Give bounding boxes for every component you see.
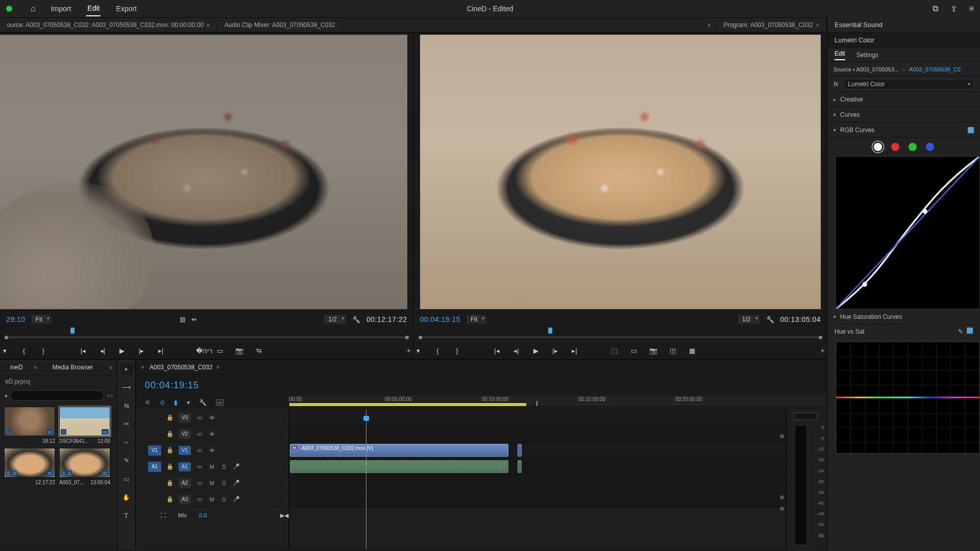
- lock-track-icon[interactable]: 🔒: [166, 463, 174, 470]
- lumetri-edit-subtab[interactable]: Edit: [835, 50, 845, 60]
- rgb-curves-toggle[interactable]: [968, 127, 974, 133]
- source-zoom-select[interactable]: Fit: [32, 315, 52, 324]
- hue-vs-sat-graph[interactable]: [836, 341, 980, 454]
- type-tool-icon[interactable]: T: [120, 510, 133, 522]
- selection-tool-icon[interactable]: ▸: [120, 363, 133, 375]
- sync-lock-icon[interactable]: ▭: [196, 496, 203, 503]
- sync-lock-icon[interactable]: ▭: [196, 480, 203, 486]
- slip-tool-icon[interactable]: ↔: [120, 436, 133, 448]
- linked-selection-icon[interactable]: ⊙: [160, 399, 165, 406]
- project-search-input[interactable]: [10, 390, 104, 400]
- panel-menu-icon[interactable]: ≡: [207, 22, 210, 28]
- go-to-in-icon[interactable]: |◂: [79, 347, 88, 355]
- comparison-icon[interactable]: ⇆: [254, 347, 263, 355]
- master-clip-link[interactable]: A003_07050538_C0: [909, 66, 961, 72]
- program-out-timecode[interactable]: 00:13:05:04: [780, 315, 821, 323]
- voiceover-icon[interactable]: 🎤: [233, 463, 240, 470]
- go-to-out-icon[interactable]: ▸|: [156, 347, 165, 355]
- step-back-icon[interactable]: ◂|: [98, 347, 107, 355]
- mark-in-icon[interactable]: {: [433, 347, 443, 355]
- add-marker-icon[interactable]: ▮: [174, 399, 178, 406]
- source-resolution-select[interactable]: 1/2: [324, 315, 346, 324]
- insert-icon[interactable]: �ריה: [196, 347, 205, 355]
- lumetri-settings-subtab[interactable]: Settings: [856, 52, 878, 59]
- audio-clip[interactable]: [518, 460, 522, 473]
- rectangle-tool-icon[interactable]: ▭: [120, 473, 133, 485]
- solo-track-icon[interactable]: S: [220, 464, 228, 470]
- mark-out-icon[interactable]: }: [39, 347, 48, 355]
- track-target[interactable]: V3: [179, 413, 191, 422]
- media-browser-tab[interactable]: Media Browser: [47, 364, 99, 371]
- video-clip[interactable]: fxA003_07050538_C032.mov [V]: [290, 444, 509, 457]
- eyedropper-icon[interactable]: ✎: [958, 328, 963, 335]
- audio-track-lane[interactable]: [289, 459, 786, 475]
- button-editor-add-icon[interactable]: ＋: [818, 346, 827, 355]
- lock-track-icon[interactable]: 🔒: [166, 414, 174, 421]
- solo-track-icon[interactable]: S: [220, 496, 228, 503]
- pen-tool-icon[interactable]: ✎: [120, 455, 133, 467]
- video-track-lane[interactable]: fxA003_07050538_C032.mov [V]: [289, 442, 786, 459]
- track-select-tool-icon[interactable]: ⟶: [120, 381, 133, 393]
- voiceover-icon[interactable]: 🎤: [233, 496, 240, 503]
- project-clip-thumb[interactable]: □▭ 18:12: [4, 407, 55, 444]
- voiceover-icon[interactable]: 🎤: [233, 480, 240, 486]
- work-area-bar[interactable]: [289, 403, 526, 406]
- source-out-timecode[interactable]: 00:12:17:22: [366, 315, 407, 323]
- track-target[interactable]: A2: [179, 479, 191, 488]
- solo-track-icon[interactable]: S: [220, 480, 228, 486]
- rgb-green-channel[interactable]: [909, 143, 917, 151]
- window-maximize-dot[interactable]: [6, 6, 12, 12]
- project-clip-thumb[interactable]: ▯▯▭ 12:17:22: [4, 448, 55, 485]
- sequence-name[interactable]: A003_07050538_C032: [150, 364, 212, 371]
- program-resolution-select[interactable]: 1/2: [738, 315, 760, 324]
- audio-track-lane[interactable]: [289, 491, 786, 508]
- home-icon[interactable]: ⌂: [31, 4, 36, 13]
- rgb-luma-channel[interactable]: [874, 143, 882, 151]
- mix-value[interactable]: 0.0: [199, 512, 207, 518]
- lumetri-color-tab[interactable]: Lumetri Color: [827, 33, 980, 48]
- panel-menu-icon[interactable]: ≡: [216, 364, 219, 370]
- step-forward-icon[interactable]: |▸: [137, 347, 146, 355]
- section-hue-sat[interactable]: ▾Hue Saturation Curves: [827, 309, 980, 324]
- mute-track-icon[interactable]: M: [208, 496, 215, 503]
- track-target[interactable]: A3: [179, 495, 191, 504]
- rgb-red-channel[interactable]: [891, 143, 899, 151]
- timeline-playhead[interactable]: [366, 410, 366, 549]
- snap-icon[interactable]: ⚟: [145, 399, 151, 406]
- lock-track-icon[interactable]: 🔒: [166, 447, 174, 454]
- sync-lock-icon[interactable]: ▭: [196, 463, 203, 470]
- caption-track-icon[interactable]: cc: [216, 399, 224, 406]
- overwrite-icon[interactable]: ▭: [215, 347, 225, 355]
- razor-tool-icon[interactable]: ✂: [120, 418, 133, 430]
- track-target[interactable]: V1: [179, 446, 191, 455]
- track-scroll-handle[interactable]: [780, 434, 784, 438]
- rgb-blue-channel[interactable]: [926, 143, 934, 151]
- expand-icon[interactable]: ⛶: [160, 512, 166, 518]
- tab-export[interactable]: Export: [115, 2, 137, 16]
- source-preview[interactable]: [0, 35, 407, 309]
- mute-track-icon[interactable]: M: [208, 480, 215, 486]
- play-in-to-out-icon[interactable]: ▶◀: [280, 512, 288, 519]
- lock-track-icon[interactable]: 🔒: [166, 431, 174, 437]
- sequence-marker[interactable]: [536, 401, 537, 406]
- tracks-area[interactable]: fxA003_07050538_C032.mov [V]: [289, 410, 786, 549]
- program-playhead[interactable]: [548, 328, 552, 334]
- hamburger-menu-icon[interactable]: ≡: [969, 4, 974, 14]
- overflow-chevron-icon[interactable]: »: [702, 21, 716, 29]
- share-icon[interactable]: ⇪: [950, 4, 957, 14]
- source-patch[interactable]: V1: [148, 445, 161, 456]
- add-marker-icon[interactable]: ▾: [414, 347, 423, 355]
- timeline-marker-icon[interactable]: ▾: [187, 399, 190, 406]
- step-forward-icon[interactable]: |▸: [551, 347, 560, 355]
- program-scrubber[interactable]: [420, 328, 821, 340]
- overflow-chevron-icon[interactable]: »: [105, 364, 117, 371]
- chevron-down-icon[interactable]: ⌄: [902, 67, 906, 72]
- source-in-timecode[interactable]: 29:10: [6, 315, 26, 323]
- program-zoom-select[interactable]: Fit: [467, 315, 486, 324]
- rgb-curve-graph[interactable]: [836, 156, 980, 309]
- play-icon[interactable]: ▶: [117, 347, 127, 355]
- timeline-timecode[interactable]: 00:04:19:15: [136, 380, 289, 391]
- program-panel-tab[interactable]: Program: A003_07050538_C032 ≡: [716, 18, 827, 32]
- video-track-lane[interactable]: [289, 426, 786, 442]
- ripple-edit-tool-icon[interactable]: ⇆: [120, 399, 133, 412]
